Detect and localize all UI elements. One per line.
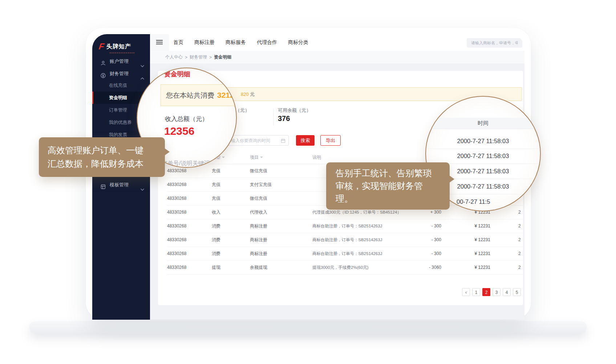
cell-time-fragment: 2	[518, 219, 521, 233]
export-button[interactable]: 导出	[320, 135, 341, 146]
cell-project: 支付宝充值	[250, 178, 272, 191]
cell-order: 48330268	[167, 205, 186, 219]
time-query-input[interactable]	[227, 135, 289, 146]
cell-project: 商标注册	[250, 247, 267, 260]
cell-project: 代理收入	[250, 205, 267, 219]
cell-type: 消费	[212, 247, 220, 260]
callout-right: 告别手工统计、告别繁琐 审核，实现智能财务管 理。	[326, 162, 450, 210]
nav-tab-trademark-category[interactable]: 商标分类	[286, 39, 311, 46]
nav-tab-trademark-register[interactable]: 商标注册	[192, 39, 217, 46]
breadcrumb-separator: >	[185, 55, 187, 60]
cell-project: 微信充值	[250, 164, 267, 178]
laptop-base	[29, 321, 587, 333]
breadcrumb-item[interactable]: 个人中心	[165, 54, 183, 60]
cell-balance: ¥ 12231	[443, 247, 490, 260]
cell-project: 商标注册	[250, 233, 267, 247]
logo-subtitle	[110, 52, 135, 53]
nav-tabs: 首页 商标注册 商标服务 代理合作 商标分类	[171, 34, 311, 51]
cell-type: 提现	[212, 260, 220, 274]
cell-balance: ¥ 12231	[443, 260, 490, 274]
sidebar-item-label: 模板管理	[110, 179, 129, 191]
cell-type: 充值	[212, 191, 220, 205]
chevron-down-icon	[141, 183, 144, 196]
callout-text: 高效管理账户订单、一键	[48, 143, 165, 157]
callout-text: 审核，实现智能财务管	[336, 179, 450, 192]
sort-caret-icon	[260, 157, 263, 158]
cell-amount: - 300	[396, 247, 441, 260]
pagination-page-5[interactable]: 5	[513, 288, 521, 296]
cell-project: 微信充值	[250, 191, 267, 205]
breadcrumb-separator: >	[209, 55, 212, 60]
cell-project: 商标注册	[250, 219, 267, 233]
sidebar: F 头牌知产 账户管理 财务管理	[92, 34, 150, 320]
magnified-time-header: 时间	[426, 118, 540, 129]
pagination-page-2-active[interactable]: 2	[482, 288, 490, 296]
nav-tab-agency[interactable]: 代理合作	[255, 39, 279, 46]
hamburger-menu-icon[interactable]	[156, 40, 163, 45]
cell-desc: 商标自助注册，订单号：SB2514263J	[312, 247, 382, 260]
pagination-page-3[interactable]: 3	[493, 288, 500, 296]
top-navbar: 首页 商标注册 商标服务 代理合作 商标分类	[150, 34, 524, 51]
page: F 头牌知产 账户管理 财务管理	[0, 0, 616, 364]
callout-left: 高效管理账户订单、一键 汇总数据，降低财务成本	[39, 137, 165, 177]
cell-time-fragment: 2	[518, 205, 521, 219]
trademark-search-input[interactable]	[467, 38, 522, 48]
cell-desc: 提现3000元，手续费2%(60元)	[312, 260, 369, 274]
callout-text: 告别手工统计、告别繁琐	[336, 167, 450, 179]
pagination-prev-button[interactable]: ‹	[462, 288, 470, 296]
balance-label: 可用余额（元）	[278, 107, 311, 114]
cell-type: 充值	[212, 164, 220, 178]
template-icon	[100, 182, 106, 194]
cell-amount: - 300	[396, 233, 441, 247]
nav-tab-trademark-service[interactable]: 商标服务	[223, 39, 248, 46]
cell-time-fragment: 2	[518, 247, 521, 260]
sidebar-item-label: 账户管理	[110, 55, 129, 68]
breadcrumb: 个人中心 > 财务管理 > 资金明细	[150, 51, 524, 64]
table-row: 48330268 消费 商标注册 商标自助注册，订单号：SB2514263J -…	[167, 219, 523, 233]
logo-title: 头牌知产	[106, 43, 131, 50]
banner-amount-fragment: 820 元	[241, 91, 255, 98]
callout-text: 理。	[336, 192, 450, 205]
nav-tab-home[interactable]: 首页	[171, 39, 186, 46]
cell-order: 48330268	[167, 219, 186, 233]
cell-project: 余额提现	[250, 260, 267, 274]
middle-stat-label-fragment: （元）	[235, 107, 250, 114]
breadcrumb-current: 资金明细	[214, 54, 231, 60]
cell-order: 48330268	[167, 233, 186, 247]
magnified-banner: 您在本站共消费32124	[161, 84, 237, 106]
breadcrumb-item[interactable]: 财务管理	[190, 54, 207, 60]
magnified-income-label: 收入总额（元）	[165, 115, 208, 123]
sidebar-item-finance[interactable]: 财务管理	[92, 68, 150, 80]
logo: F 头牌知产	[99, 41, 131, 52]
calendar-icon[interactable]	[281, 138, 285, 145]
magnified-time-row: 2000-7-27 11:58:03	[426, 149, 540, 164]
magnified-income-value: 12356	[164, 125, 194, 137]
stat-divider	[273, 109, 273, 125]
cell-balance: ¥ 12231	[443, 233, 490, 247]
table-row: 48330268 消费 商标注册 商标自助注册，订单号：SB2514263J -…	[167, 233, 523, 247]
sidebar-item-online-recharge[interactable]: 在线充值	[92, 79, 150, 92]
cell-type: 收入	[212, 205, 220, 219]
cell-amount: - 300	[396, 219, 441, 233]
cell-type: 充值	[212, 178, 220, 191]
logo-mark: F	[98, 41, 105, 52]
col-header-project[interactable]: 项目	[250, 151, 263, 164]
pagination-page-1[interactable]: 1	[472, 288, 480, 296]
cell-order: 48330268	[167, 178, 186, 191]
cell-order: 48330268	[167, 247, 186, 260]
cell-desc: 商标自助注册，订单号：SB2514263J	[312, 219, 382, 233]
cell-type: 消费	[212, 233, 220, 247]
pagination-page-4[interactable]: 4	[503, 288, 511, 296]
sidebar-item-label: 财务管理	[110, 68, 129, 80]
pagination: ‹ 1 2 3 4 5	[462, 288, 521, 296]
sidebar-item-account[interactable]: 账户管理	[92, 55, 150, 68]
magnified-banner-prefix: 您在本站共消费	[166, 92, 214, 99]
sidebar-item-template[interactable]: 模板管理	[92, 179, 150, 191]
search-button[interactable]: 搜索	[296, 135, 315, 146]
callout-text: 汇总数据，降低财务成本	[48, 157, 165, 170]
magnified-time-row: 2000-7-27 11:58:03	[426, 134, 540, 149]
cell-time-fragment: 2	[518, 260, 521, 274]
cell-order: 48330268	[167, 260, 186, 274]
cell-amount: - 3060	[396, 260, 441, 274]
sort-caret-icon	[222, 157, 225, 158]
